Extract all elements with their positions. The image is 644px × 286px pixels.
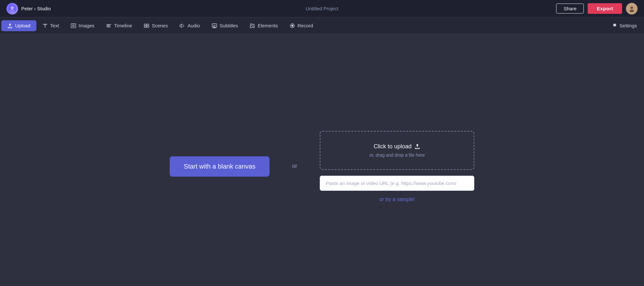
svg-point-3 xyxy=(11,7,12,8)
svg-point-20 xyxy=(253,26,254,27)
svg-point-4 xyxy=(13,7,14,8)
timeline-icon xyxy=(106,23,112,29)
images-button[interactable]: Images xyxy=(65,20,100,31)
export-button[interactable]: Export xyxy=(588,3,622,14)
svg-rect-18 xyxy=(213,26,215,26)
main-content: Start with a blank canvas or Click to up… xyxy=(0,34,644,286)
text-icon xyxy=(42,23,48,29)
svg-rect-10 xyxy=(107,26,111,27)
settings-button[interactable]: Settings xyxy=(606,20,643,31)
svg-rect-17 xyxy=(213,25,216,25)
settings-icon xyxy=(611,23,617,29)
upload-area-content: Click to upload or, drag and drop a file… xyxy=(330,143,464,158)
svg-point-5 xyxy=(630,6,633,9)
top-bar: Peter › Studio Untitled Project Share Ex… xyxy=(0,0,644,17)
elements-icon xyxy=(250,23,255,29)
elements-button[interactable]: Elements xyxy=(244,20,284,31)
record-icon xyxy=(289,23,295,29)
svg-rect-14 xyxy=(147,26,149,27)
upload-text: Click to upload xyxy=(374,143,421,150)
timeline-button[interactable]: Timeline xyxy=(100,20,138,31)
right-section: Click to upload or, drag and drop a file… xyxy=(320,131,474,202)
left-section: Start with a blank canvas xyxy=(170,156,270,177)
share-button[interactable]: Share xyxy=(556,4,584,14)
blank-canvas-button[interactable]: Start with a blank canvas xyxy=(170,156,270,177)
upload-icon xyxy=(7,23,13,29)
top-bar-right: Share Export xyxy=(556,3,638,14)
user-avatar-button[interactable] xyxy=(626,3,638,14)
svg-point-7 xyxy=(72,25,74,26)
avatar xyxy=(6,3,18,14)
or-divider: or xyxy=(282,163,307,170)
svg-rect-13 xyxy=(144,26,146,27)
svg-rect-12 xyxy=(147,24,149,25)
try-sample-link[interactable]: or try a sample! xyxy=(320,197,474,202)
content-area: Start with a blank canvas or Click to up… xyxy=(0,131,644,202)
breadcrumb-user: Peter xyxy=(21,6,33,11)
audio-button[interactable]: Audio xyxy=(174,20,205,31)
upload-button[interactable]: Upload xyxy=(1,20,36,31)
scenes-icon xyxy=(144,23,149,29)
svg-point-19 xyxy=(251,23,252,25)
svg-point-6 xyxy=(630,10,634,12)
svg-rect-11 xyxy=(144,24,146,25)
top-bar-center: Untitled Project xyxy=(306,6,338,12)
breadcrumb[interactable]: Peter › Studio xyxy=(21,6,51,11)
url-input[interactable] xyxy=(320,176,474,191)
svg-rect-9 xyxy=(107,25,110,26)
svg-rect-8 xyxy=(107,24,111,25)
upload-drop-area[interactable]: Click to upload or, drag and drop a file… xyxy=(320,131,474,170)
top-bar-left: Peter › Studio xyxy=(6,3,51,14)
scenes-button[interactable]: Scenes xyxy=(138,20,174,31)
record-button[interactable]: Record xyxy=(284,20,319,31)
text-button[interactable]: Text xyxy=(36,20,65,31)
audio-icon xyxy=(179,23,185,29)
upload-arrow-icon xyxy=(414,143,421,150)
svg-point-22 xyxy=(291,24,293,26)
subtitles-icon xyxy=(212,23,217,29)
svg-rect-16 xyxy=(213,27,216,28)
upload-subtext: or, drag and drop a file here xyxy=(369,152,425,158)
images-icon xyxy=(71,23,76,29)
subtitles-button[interactable]: Subtitles xyxy=(206,20,244,31)
project-title: Untitled Project xyxy=(306,6,338,11)
toolbar: Upload Text Images Timeline Scenes xyxy=(0,17,644,34)
